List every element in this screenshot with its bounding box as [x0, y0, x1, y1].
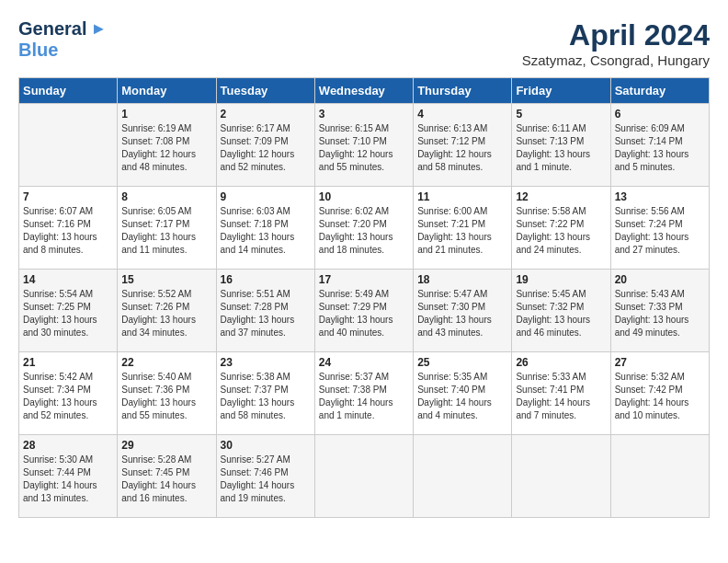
calendar-day-cell: 11Sunrise: 6:00 AM Sunset: 7:21 PM Dayli… [414, 187, 512, 270]
day-number: 17 [319, 273, 409, 286]
day-number: 22 [121, 356, 211, 369]
day-number: 6 [615, 108, 705, 121]
day-info: Sunrise: 5:30 AM Sunset: 7:44 PM Dayligh… [23, 454, 113, 505]
day-info: Sunrise: 5:40 AM Sunset: 7:36 PM Dayligh… [121, 371, 211, 422]
calendar-table: Sunday Monday Tuesday Wednesday Thursday… [18, 77, 710, 518]
calendar-day-cell [610, 435, 709, 518]
day-info: Sunrise: 6:03 AM Sunset: 7:18 PM Dayligh… [221, 205, 311, 257]
calendar-day-cell: 1Sunrise: 6:19 AM Sunset: 7:08 PM Daylig… [118, 104, 216, 187]
calendar-day-cell: 27Sunrise: 5:32 AM Sunset: 7:42 PM Dayli… [610, 352, 709, 435]
calendar-day-cell: 7Sunrise: 6:07 AM Sunset: 7:16 PM Daylig… [19, 187, 118, 270]
day-info: Sunrise: 5:52 AM Sunset: 7:26 PM Dayligh… [121, 288, 211, 339]
month-year-title: April 2024 [522, 18, 710, 52]
col-friday: Friday [512, 78, 610, 104]
day-info: Sunrise: 5:54 AM Sunset: 7:25 PM Dayligh… [23, 288, 113, 339]
day-info: Sunrise: 6:13 AM Sunset: 7:12 PM Dayligh… [417, 122, 507, 174]
day-number: 7 [23, 190, 113, 203]
calendar-day-cell: 16Sunrise: 5:51 AM Sunset: 7:28 PM Dayli… [216, 270, 314, 352]
day-number: 20 [615, 273, 705, 286]
calendar-day-cell: 18Sunrise: 5:47 AM Sunset: 7:30 PM Dayli… [414, 270, 512, 352]
calendar-day-cell: 19Sunrise: 5:45 AM Sunset: 7:32 PM Dayli… [512, 270, 610, 352]
day-info: Sunrise: 5:37 AM Sunset: 7:38 PM Dayligh… [319, 371, 409, 422]
col-thursday: Thursday [414, 78, 512, 104]
calendar-day-cell: 2Sunrise: 6:17 AM Sunset: 7:09 PM Daylig… [216, 104, 314, 187]
day-info: Sunrise: 5:49 AM Sunset: 7:29 PM Dayligh… [319, 288, 409, 339]
calendar-day-cell: 10Sunrise: 6:02 AM Sunset: 7:20 PM Dayli… [314, 187, 413, 270]
calendar-day-cell: 25Sunrise: 5:35 AM Sunset: 7:40 PM Dayli… [414, 352, 512, 435]
day-number: 19 [516, 273, 606, 286]
logo-general-text: General [18, 18, 86, 40]
day-info: Sunrise: 6:00 AM Sunset: 7:21 PM Dayligh… [417, 205, 507, 257]
day-number: 8 [121, 190, 211, 203]
day-info: Sunrise: 6:05 AM Sunset: 7:17 PM Dayligh… [121, 205, 211, 257]
day-number: 30 [221, 439, 311, 452]
day-info: Sunrise: 6:17 AM Sunset: 7:09 PM Dayligh… [221, 122, 311, 174]
calendar-day-cell: 17Sunrise: 5:49 AM Sunset: 7:29 PM Dayli… [314, 270, 413, 352]
location-subtitle: Szatymaz, Csongrad, Hungary [522, 52, 710, 68]
day-number: 11 [417, 190, 507, 203]
calendar-day-cell: 28Sunrise: 5:30 AM Sunset: 7:44 PM Dayli… [19, 435, 118, 518]
calendar-day-cell: 5Sunrise: 6:11 AM Sunset: 7:13 PM Daylig… [512, 104, 610, 187]
day-number: 18 [417, 273, 507, 286]
calendar-day-cell: 24Sunrise: 5:37 AM Sunset: 7:38 PM Dayli… [314, 352, 413, 435]
day-number: 1 [121, 108, 211, 121]
calendar-day-cell: 6Sunrise: 6:09 AM Sunset: 7:14 PM Daylig… [610, 104, 709, 187]
day-number: 14 [23, 273, 113, 286]
calendar-day-cell: 29Sunrise: 5:28 AM Sunset: 7:45 PM Dayli… [118, 435, 216, 518]
calendar-header-row: Sunday Monday Tuesday Wednesday Thursday… [19, 78, 710, 104]
day-number: 13 [615, 190, 705, 203]
col-tuesday: Tuesday [216, 78, 314, 104]
day-number: 5 [516, 108, 606, 121]
day-info: Sunrise: 5:28 AM Sunset: 7:45 PM Dayligh… [121, 454, 211, 505]
calendar-day-cell [314, 435, 413, 518]
day-info: Sunrise: 5:38 AM Sunset: 7:37 PM Dayligh… [221, 371, 311, 422]
day-number: 21 [23, 356, 113, 369]
calendar-week-row: 7Sunrise: 6:07 AM Sunset: 7:16 PM Daylig… [19, 187, 710, 270]
calendar-day-cell: 13Sunrise: 5:56 AM Sunset: 7:24 PM Dayli… [610, 187, 709, 270]
calendar-day-cell [512, 435, 610, 518]
calendar-day-cell: 4Sunrise: 6:13 AM Sunset: 7:12 PM Daylig… [414, 104, 512, 187]
calendar-day-cell: 15Sunrise: 5:52 AM Sunset: 7:26 PM Dayli… [118, 270, 216, 352]
logo-bird-icon: ► [90, 19, 107, 39]
day-info: Sunrise: 5:45 AM Sunset: 7:32 PM Dayligh… [516, 288, 606, 339]
day-info: Sunrise: 5:32 AM Sunset: 7:42 PM Dayligh… [615, 371, 705, 422]
calendar-day-cell: 26Sunrise: 5:33 AM Sunset: 7:41 PM Dayli… [512, 352, 610, 435]
calendar-day-cell: 30Sunrise: 5:27 AM Sunset: 7:46 PM Dayli… [216, 435, 314, 518]
day-info: Sunrise: 5:58 AM Sunset: 7:22 PM Dayligh… [516, 205, 606, 257]
day-info: Sunrise: 5:35 AM Sunset: 7:40 PM Dayligh… [417, 371, 507, 422]
calendar-day-cell: 20Sunrise: 5:43 AM Sunset: 7:33 PM Dayli… [610, 270, 709, 352]
col-sunday: Sunday [19, 78, 118, 104]
col-saturday: Saturday [610, 78, 709, 104]
day-info: Sunrise: 5:47 AM Sunset: 7:30 PM Dayligh… [417, 288, 507, 339]
day-info: Sunrise: 5:42 AM Sunset: 7:34 PM Dayligh… [23, 371, 113, 422]
calendar-day-cell: 21Sunrise: 5:42 AM Sunset: 7:34 PM Dayli… [19, 352, 118, 435]
calendar-day-cell: 3Sunrise: 6:15 AM Sunset: 7:10 PM Daylig… [314, 104, 413, 187]
calendar-week-row: 28Sunrise: 5:30 AM Sunset: 7:44 PM Dayli… [19, 435, 710, 518]
logo: General ► Blue [18, 18, 107, 61]
day-info: Sunrise: 6:09 AM Sunset: 7:14 PM Dayligh… [615, 122, 705, 174]
day-number: 16 [221, 273, 311, 286]
day-number: 25 [417, 356, 507, 369]
calendar-day-cell [19, 104, 118, 187]
calendar-day-cell: 23Sunrise: 5:38 AM Sunset: 7:37 PM Dayli… [216, 352, 314, 435]
day-number: 3 [319, 108, 409, 121]
day-number: 24 [319, 356, 409, 369]
calendar-day-cell: 8Sunrise: 6:05 AM Sunset: 7:17 PM Daylig… [118, 187, 216, 270]
day-info: Sunrise: 5:51 AM Sunset: 7:28 PM Dayligh… [221, 288, 311, 339]
day-number: 29 [121, 439, 211, 452]
day-number: 4 [417, 108, 507, 121]
calendar-day-cell: 12Sunrise: 5:58 AM Sunset: 7:22 PM Dayli… [512, 187, 610, 270]
calendar-day-cell: 22Sunrise: 5:40 AM Sunset: 7:36 PM Dayli… [118, 352, 216, 435]
calendar-week-row: 1Sunrise: 6:19 AM Sunset: 7:08 PM Daylig… [19, 104, 710, 187]
page-header: General ► Blue April 2024 Szatymaz, Cson… [18, 18, 710, 68]
day-info: Sunrise: 5:27 AM Sunset: 7:46 PM Dayligh… [221, 454, 311, 505]
day-number: 15 [121, 273, 211, 286]
day-number: 26 [516, 356, 606, 369]
col-monday: Monday [118, 78, 216, 104]
calendar-week-row: 14Sunrise: 5:54 AM Sunset: 7:25 PM Dayli… [19, 270, 710, 352]
day-info: Sunrise: 5:43 AM Sunset: 7:33 PM Dayligh… [615, 288, 705, 339]
day-info: Sunrise: 6:19 AM Sunset: 7:08 PM Dayligh… [121, 122, 211, 174]
day-number: 9 [221, 190, 311, 203]
day-number: 28 [23, 439, 113, 452]
day-info: Sunrise: 5:56 AM Sunset: 7:24 PM Dayligh… [615, 205, 705, 257]
